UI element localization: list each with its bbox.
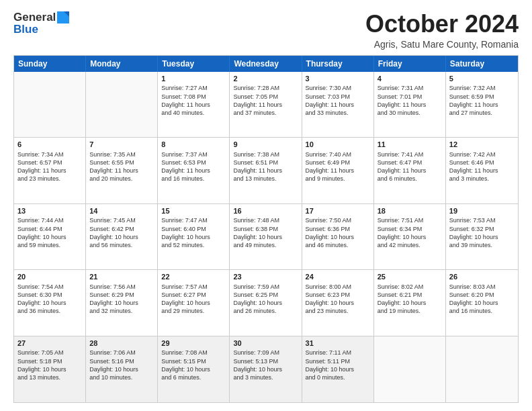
calendar-cell: 10Sunrise: 7:40 AMSunset: 6:49 PMDayligh…: [302, 138, 374, 203]
day-number: 23: [233, 272, 298, 282]
day-number: 19: [449, 206, 515, 216]
cell-info: Sunrise: 7:32 AMSunset: 6:59 PMDaylight:…: [449, 84, 515, 117]
day-number: 30: [233, 338, 298, 349]
cell-info: Sunrise: 8:00 AMSunset: 6:23 PMDaylight:…: [306, 283, 370, 316]
day-number: 14: [89, 206, 154, 216]
calendar-cell: 21Sunrise: 7:56 AMSunset: 6:29 PMDayligh…: [86, 270, 158, 335]
calendar-cell: 7Sunrise: 7:35 AMSunset: 6:55 PMDaylight…: [86, 138, 158, 203]
calendar-cell: 23Sunrise: 7:59 AMSunset: 6:25 PMDayligh…: [230, 270, 302, 335]
calendar-cell: 24Sunrise: 8:00 AMSunset: 6:23 PMDayligh…: [302, 270, 374, 335]
month-title: October 2024: [365, 11, 519, 38]
cell-info: Sunrise: 7:11 AMSunset: 5:11 PMDaylight:…: [306, 349, 370, 381]
calendar-row-2: 6Sunrise: 7:34 AMSunset: 6:57 PMDaylight…: [14, 138, 518, 203]
calendar-cell: 19Sunrise: 7:53 AMSunset: 6:32 PMDayligh…: [446, 204, 518, 269]
day-number: 17: [306, 206, 370, 216]
cell-info: Sunrise: 7:05 AMSunset: 5:18 PMDaylight:…: [17, 349, 82, 381]
day-number: 28: [89, 338, 154, 349]
calendar-cell: 11Sunrise: 7:41 AMSunset: 6:47 PMDayligh…: [374, 138, 446, 203]
cell-info: Sunrise: 7:30 AMSunset: 7:03 PMDaylight:…: [306, 84, 370, 117]
cell-info: Sunrise: 7:09 AMSunset: 5:13 PMDaylight:…: [233, 349, 298, 381]
calendar-cell: 18Sunrise: 7:51 AMSunset: 6:34 PMDayligh…: [374, 204, 446, 269]
day-number: 31: [306, 338, 370, 349]
calendar-row-1: 1Sunrise: 7:27 AMSunset: 7:08 PMDaylight…: [14, 72, 518, 138]
day-number: 9: [233, 140, 298, 150]
cell-info: Sunrise: 7:53 AMSunset: 6:32 PMDaylight:…: [449, 216, 515, 249]
cell-info: Sunrise: 8:03 AMSunset: 6:20 PMDaylight:…: [449, 283, 515, 316]
location: Agris, Satu Mare County, Romania: [365, 39, 519, 50]
day-number: 12: [449, 140, 515, 150]
cell-info: Sunrise: 7:54 AMSunset: 6:30 PMDaylight:…: [17, 283, 82, 316]
header-day-tuesday: Tuesday: [158, 56, 230, 72]
calendar-cell: [374, 336, 446, 402]
day-number: 16: [233, 206, 298, 216]
cell-info: Sunrise: 7:47 AMSunset: 6:40 PMDaylight:…: [161, 216, 226, 249]
day-number: 27: [17, 338, 82, 349]
calendar-cell: [446, 336, 518, 402]
day-number: 20: [17, 272, 82, 282]
calendar-cell: 14Sunrise: 7:45 AMSunset: 6:42 PMDayligh…: [86, 204, 158, 269]
calendar-cell: 28Sunrise: 7:06 AMSunset: 5:16 PMDayligh…: [86, 336, 158, 402]
day-number: 4: [378, 74, 442, 84]
page: General Blue October 2024 Agris, Satu Ma…: [0, 0, 532, 411]
header-day-wednesday: Wednesday: [230, 56, 302, 72]
calendar-cell: 17Sunrise: 7:50 AMSunset: 6:36 PMDayligh…: [302, 204, 374, 269]
day-number: 7: [89, 140, 154, 150]
cell-info: Sunrise: 7:42 AMSunset: 6:46 PMDaylight:…: [449, 150, 515, 183]
day-number: 13: [17, 206, 82, 216]
calendar-cell: 15Sunrise: 7:47 AMSunset: 6:40 PMDayligh…: [158, 204, 230, 269]
calendar-cell: 30Sunrise: 7:09 AMSunset: 5:13 PMDayligh…: [230, 336, 302, 402]
cell-info: Sunrise: 7:27 AMSunset: 7:08 PMDaylight:…: [161, 84, 226, 117]
calendar-cell: 12Sunrise: 7:42 AMSunset: 6:46 PMDayligh…: [446, 138, 518, 203]
day-number: 5: [449, 74, 515, 84]
day-number: 24: [306, 272, 370, 282]
cell-info: Sunrise: 7:37 AMSunset: 6:53 PMDaylight:…: [161, 150, 226, 183]
cell-info: Sunrise: 7:34 AMSunset: 6:57 PMDaylight:…: [17, 150, 82, 183]
day-number: 8: [161, 140, 226, 150]
cell-info: Sunrise: 7:06 AMSunset: 5:16 PMDaylight:…: [89, 349, 154, 381]
day-number: 18: [378, 206, 442, 216]
cell-info: Sunrise: 7:51 AMSunset: 6:34 PMDaylight:…: [378, 216, 442, 249]
calendar-cell: 25Sunrise: 8:02 AMSunset: 6:21 PMDayligh…: [374, 270, 446, 335]
day-number: 6: [17, 140, 82, 150]
cell-info: Sunrise: 7:57 AMSunset: 6:27 PMDaylight:…: [161, 283, 226, 316]
calendar-cell: 8Sunrise: 7:37 AMSunset: 6:53 PMDaylight…: [158, 138, 230, 203]
day-number: 21: [89, 272, 154, 282]
cell-info: Sunrise: 7:40 AMSunset: 6:49 PMDaylight:…: [306, 150, 370, 183]
day-number: 3: [306, 74, 370, 84]
logo: General Blue: [13, 11, 69, 36]
calendar-cell: 1Sunrise: 7:27 AMSunset: 7:08 PMDaylight…: [158, 72, 230, 137]
cell-info: Sunrise: 7:35 AMSunset: 6:55 PMDaylight:…: [89, 150, 154, 183]
cell-info: Sunrise: 8:02 AMSunset: 6:21 PMDaylight:…: [378, 283, 442, 316]
title-block: October 2024 Agris, Satu Mare County, Ro…: [365, 11, 519, 50]
cell-info: Sunrise: 7:28 AMSunset: 7:05 PMDaylight:…: [233, 84, 298, 117]
cell-info: Sunrise: 7:38 AMSunset: 6:51 PMDaylight:…: [233, 150, 298, 183]
cell-info: Sunrise: 7:45 AMSunset: 6:42 PMDaylight:…: [89, 216, 154, 249]
calendar-cell: 13Sunrise: 7:44 AMSunset: 6:44 PMDayligh…: [14, 204, 86, 269]
calendar-cell: 26Sunrise: 8:03 AMSunset: 6:20 PMDayligh…: [446, 270, 518, 335]
logo-blue: Blue: [13, 23, 38, 36]
calendar-row-3: 13Sunrise: 7:44 AMSunset: 6:44 PMDayligh…: [14, 204, 518, 270]
cell-info: Sunrise: 7:44 AMSunset: 6:44 PMDaylight:…: [17, 216, 82, 249]
day-number: 22: [161, 272, 226, 282]
calendar-cell: 2Sunrise: 7:28 AMSunset: 7:05 PMDaylight…: [230, 72, 302, 137]
calendar-cell: 9Sunrise: 7:38 AMSunset: 6:51 PMDaylight…: [230, 138, 302, 203]
cell-info: Sunrise: 7:48 AMSunset: 6:38 PMDaylight:…: [233, 216, 298, 249]
header-day-thursday: Thursday: [302, 56, 374, 72]
calendar-cell: 3Sunrise: 7:30 AMSunset: 7:03 PMDaylight…: [302, 72, 374, 137]
header-day-monday: Monday: [86, 56, 158, 72]
calendar-cell: 22Sunrise: 7:57 AMSunset: 6:27 PMDayligh…: [158, 270, 230, 335]
header-day-friday: Friday: [374, 56, 446, 72]
day-number: 1: [161, 74, 226, 84]
calendar-cell: 5Sunrise: 7:32 AMSunset: 6:59 PMDaylight…: [446, 72, 518, 137]
day-number: 26: [449, 272, 515, 282]
cell-info: Sunrise: 7:59 AMSunset: 6:25 PMDaylight:…: [233, 283, 298, 316]
calendar: SundayMondayTuesdayWednesdayThursdayFrid…: [13, 55, 519, 403]
header-day-saturday: Saturday: [446, 56, 518, 72]
day-number: 25: [378, 272, 442, 282]
cell-info: Sunrise: 7:08 AMSunset: 5:15 PMDaylight:…: [161, 349, 226, 381]
calendar-row-4: 20Sunrise: 7:54 AMSunset: 6:30 PMDayligh…: [14, 270, 518, 336]
day-number: 11: [378, 140, 442, 150]
calendar-header: SundayMondayTuesdayWednesdayThursdayFrid…: [14, 56, 518, 72]
header: General Blue October 2024 Agris, Satu Ma…: [13, 11, 519, 50]
day-number: 29: [161, 338, 226, 349]
